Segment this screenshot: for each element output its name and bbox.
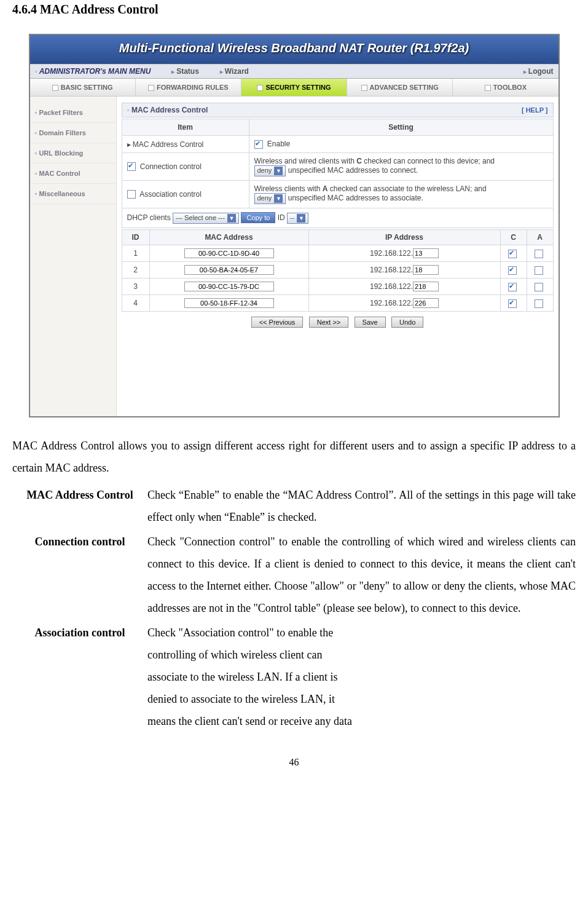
tab-label: FORWARDING RULES	[157, 84, 229, 91]
admin-main-menu-label: ADMINISTRATOR's MAIN MENU	[35, 67, 151, 76]
router-title: Multi-Functional Wireless Broadband NAT …	[30, 35, 559, 64]
main-tab-bar: BASIC SETTING FORWARDING RULES SECURITY …	[30, 79, 559, 97]
th-id: ID	[122, 230, 149, 245]
sidebar-item-packet-filters[interactable]: Packet Filters	[30, 103, 116, 123]
dhcp-id-label: ID	[278, 213, 285, 222]
settings-table: Item Setting ▸ MAC Address Control Enabl…	[122, 119, 554, 228]
menu-logout[interactable]: Logout	[523, 67, 553, 76]
ip-input[interactable]	[413, 282, 439, 291]
table-row: 4192.168.122.	[122, 295, 553, 312]
cell-id: 1	[122, 245, 149, 262]
mac-input[interactable]	[184, 248, 274, 258]
th-mac: MAC Address	[149, 230, 308, 245]
dhcp-label: DHCP clients	[127, 213, 171, 222]
tab-advanced-setting[interactable]: ADVANCED SETTING	[347, 79, 453, 96]
c-checkbox[interactable]	[508, 283, 517, 291]
previous-button[interactable]: << Previous	[251, 317, 304, 328]
def-body-association: Check "Association control" to enable th…	[147, 620, 576, 733]
tab-toolbox[interactable]: TOOLBOX	[453, 79, 558, 96]
sidebar-item-miscellaneous[interactable]: Miscellaneous	[30, 184, 116, 204]
tab-basic-setting[interactable]: BASIC SETTING	[30, 79, 136, 96]
security-sidebar: Packet Filters Domain Filters URL Blocki…	[30, 97, 117, 416]
association-control-checkbox[interactable]	[127, 190, 136, 199]
a-checkbox[interactable]	[535, 283, 543, 291]
association-deny-select[interactable]: deny▼	[254, 193, 286, 204]
menu-wizard[interactable]: Wizard	[220, 67, 249, 76]
dhcp-row: DHCP clients --- Select one ---▼ Copy to…	[122, 208, 553, 228]
admin-menu-bar: ADMINISTRATOR's MAIN MENU Status Wizard …	[30, 64, 559, 79]
def-term-association: Association control	[12, 620, 147, 733]
def-term-connection: Connection control	[12, 529, 147, 620]
ip-input[interactable]	[413, 298, 439, 308]
square-icon	[148, 85, 154, 91]
table-row: 1192.168.122.	[122, 245, 553, 262]
c-checkbox[interactable]	[508, 299, 517, 308]
square-icon	[361, 85, 367, 91]
save-button[interactable]: Save	[355, 317, 386, 328]
intro-paragraph: MAC Address Control allows you to assign…	[12, 435, 576, 479]
tab-label: TOOLBOX	[493, 84, 527, 91]
table-row: 2192.168.122.	[122, 262, 553, 279]
tab-forwarding-rules[interactable]: FORWARDING RULES	[136, 79, 241, 96]
ip-prefix: 192.168.122.	[370, 249, 413, 258]
square-icon	[257, 85, 263, 91]
th-ip: IP Address	[308, 230, 500, 245]
connection-control-label: Connection control	[140, 162, 202, 171]
association-control-label: Association control	[139, 190, 202, 199]
tab-label: BASIC SETTING	[61, 84, 113, 91]
dhcp-client-select[interactable]: --- Select one ---▼	[173, 213, 239, 224]
a-checkbox[interactable]	[535, 266, 543, 275]
chevron-down-icon: ▼	[274, 194, 283, 203]
sidebar-item-domain-filters[interactable]: Domain Filters	[30, 123, 116, 143]
definitions-table: MAC Address Control Check “Enable” to en…	[12, 483, 576, 733]
mac-input[interactable]	[184, 282, 274, 291]
sidebar-item-mac-control[interactable]: MAC Control	[30, 164, 116, 184]
tab-label: ADVANCED SETTING	[370, 84, 439, 91]
chevron-down-icon: ▼	[274, 167, 283, 175]
dhcp-id-select[interactable]: --▼	[287, 213, 308, 224]
cell-id: 4	[122, 295, 149, 312]
copy-to-button[interactable]: Copy to	[241, 212, 275, 223]
tab-security-setting[interactable]: SECURITY SETTING	[241, 79, 347, 96]
mac-input[interactable]	[184, 298, 274, 308]
menu-status[interactable]: Status	[171, 67, 198, 76]
def-term-mac: MAC Address Control	[12, 483, 147, 529]
router-screenshot: Multi-Functional Wireless Broadband NAT …	[29, 34, 560, 417]
association-control-desc: Wireless clients with A checked can asso…	[249, 181, 553, 208]
mac-control-panel: MAC Address Control [ HELP ] Item Settin…	[117, 97, 559, 416]
chevron-down-icon: ▼	[297, 214, 305, 223]
a-checkbox[interactable]	[535, 299, 543, 308]
cell-id: 2	[122, 262, 149, 279]
ip-input[interactable]	[413, 248, 439, 258]
cell-id: 3	[122, 279, 149, 295]
ip-prefix: 192.168.122.	[370, 282, 413, 291]
sidebar-item-url-blocking[interactable]: URL Blocking	[30, 143, 116, 164]
c-checkbox[interactable]	[508, 266, 517, 275]
page-number: 46	[12, 757, 576, 768]
enable-label: Enable	[267, 140, 290, 148]
th-item: Item	[122, 119, 249, 136]
a-checkbox[interactable]	[535, 250, 543, 258]
connection-control-desc: Wireless and wired clients with C checke…	[249, 152, 553, 180]
ip-prefix: 192.168.122.	[370, 299, 413, 307]
row-mac-label: ▸ MAC Address Control	[122, 136, 249, 153]
tab-label: SECURITY SETTING	[265, 84, 331, 91]
connection-control-checkbox[interactable]	[127, 162, 136, 171]
ip-prefix: 192.168.122.	[370, 266, 413, 274]
undo-button[interactable]: Undo	[391, 317, 423, 328]
c-checkbox[interactable]	[508, 250, 517, 258]
connection-deny-select[interactable]: deny▼	[254, 165, 286, 176]
ip-input[interactable]	[413, 265, 439, 275]
mac-input[interactable]	[184, 265, 274, 275]
enable-checkbox[interactable]	[254, 140, 263, 149]
square-icon	[485, 85, 491, 91]
th-a: A	[527, 230, 553, 245]
action-buttons: << Previous Next >> Save Undo	[122, 312, 554, 330]
section-heading: 4.6.4 MAC Address Control	[12, 2, 576, 17]
def-body-mac: Check “Enable” to enable the “MAC Addres…	[147, 483, 576, 529]
help-link[interactable]: [ HELP ]	[522, 106, 548, 114]
next-button[interactable]: Next >>	[309, 317, 349, 328]
th-setting: Setting	[249, 119, 553, 136]
control-table: ID MAC Address IP Address C A 1192.168.1…	[122, 229, 554, 312]
panel-title: MAC Address Control	[127, 106, 208, 114]
